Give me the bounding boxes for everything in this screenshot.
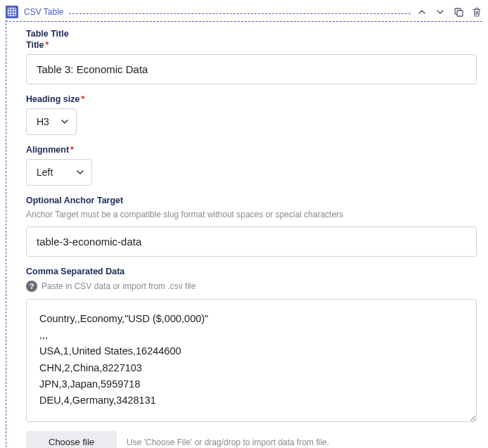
alignment-select[interactable]: Left: [26, 159, 92, 186]
file-row: Choose file Use 'Choose File' or drag/dr…: [26, 431, 477, 448]
anchor-label: Optional Anchor Target: [26, 196, 477, 205]
csv-helper: Paste in CSV data or import from .csv fi…: [41, 281, 195, 291]
divider: [69, 13, 411, 14]
anchor-input[interactable]: [26, 226, 477, 257]
heading-size-label: Heading size*: [26, 94, 477, 104]
expand-down-icon[interactable]: [435, 6, 446, 18]
title-label: Title*: [26, 40, 477, 50]
panel-body: Table Title Title* Heading size* H3 Alig…: [6, 22, 482, 448]
alignment-select-wrap: Left: [26, 159, 92, 186]
alignment-label: Alignment*: [26, 145, 477, 155]
panel-header: CSV Table: [6, 6, 482, 22]
choose-file-button[interactable]: Choose file: [26, 431, 117, 448]
heading-size-select-wrap: H3: [26, 108, 77, 135]
csv-label: Comma Separated Data: [26, 267, 477, 276]
csv-table-panel: CSV Table Table Title Title* Heading siz…: [6, 6, 482, 448]
file-helper: Use 'Choose File' or drag/drop to import…: [127, 437, 329, 447]
anchor-helper: Anchor Target must be a compatible slug …: [26, 210, 477, 219]
heading-size-select[interactable]: H3: [26, 108, 77, 135]
title-input[interactable]: [26, 54, 477, 84]
section-table-title: Table Title: [26, 29, 477, 39]
csv-textarea[interactable]: [26, 299, 477, 422]
panel-actions: [411, 6, 482, 18]
table-icon: [6, 6, 18, 18]
svg-rect-6: [457, 11, 463, 16]
svg-rect-0: [8, 8, 16, 16]
delete-icon[interactable]: [471, 6, 482, 18]
help-icon[interactable]: ?: [26, 281, 37, 292]
panel-title: CSV Table: [24, 7, 63, 17]
duplicate-icon[interactable]: [453, 6, 464, 18]
required-marker: *: [45, 40, 49, 50]
collapse-up-icon[interactable]: [416, 6, 428, 18]
csv-helper-row: ? Paste in CSV data or import from .csv …: [26, 281, 477, 292]
required-marker: *: [81, 94, 84, 104]
required-marker: *: [70, 145, 74, 155]
